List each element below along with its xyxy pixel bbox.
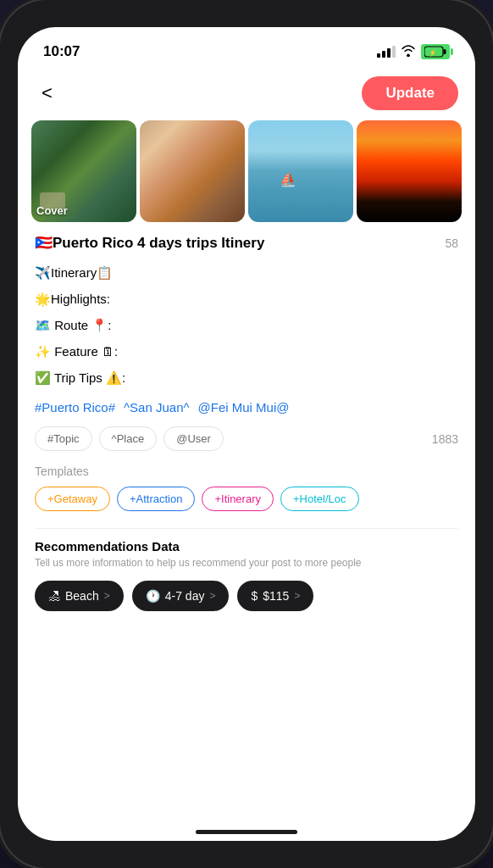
nav-bar: < Update: [18, 70, 475, 120]
home-bar: [196, 830, 297, 834]
template-itinerary[interactable]: +Itinerary: [202, 487, 274, 511]
beach-label: Beach: [65, 589, 99, 603]
wifi-icon: [401, 45, 416, 59]
char-count-max: 1883: [432, 432, 458, 446]
template-getaway[interactable]: +Getaway: [35, 487, 110, 511]
price-label: $115: [263, 589, 289, 603]
beach-chevron: >: [104, 590, 110, 602]
days-icon: 🕐: [146, 589, 160, 603]
price-icon: $: [251, 589, 258, 603]
image-4[interactable]: [357, 120, 462, 222]
images-row: Cover: [18, 120, 475, 222]
user-pill[interactable]: @User: [163, 426, 224, 451]
signal-icon: [377, 46, 396, 58]
svg-rect-2: [444, 49, 446, 54]
status-icons: ⚡: [377, 44, 450, 59]
home-indicator: [18, 823, 475, 841]
section-lines: ✈️Itinerary📋 🌟Highlights: 🗺️ Route 📍: ✨ …: [35, 264, 458, 387]
days-chevron: >: [209, 590, 215, 602]
topic-pill[interactable]: #Topic: [35, 426, 92, 451]
post-title[interactable]: 🇵🇷Puerto Rico 4 days trips Itinery: [35, 234, 438, 252]
templates-label: Templates: [35, 465, 458, 478]
line-feature[interactable]: ✨ Feature 🗓:: [35, 342, 458, 360]
rec-pill-beach[interactable]: 🏖 Beach >: [35, 581, 124, 611]
notch: [191, 0, 302, 25]
recommendations-section: Recommendations Data Tell us more inform…: [18, 539, 475, 611]
template-attraction[interactable]: +Attraction: [117, 487, 196, 511]
template-hotel[interactable]: +Hotel/Loc: [280, 487, 359, 511]
tags-row: #Puerto Rico# ^San Juan^ @Fei Mui Mui@: [35, 400, 458, 415]
rec-pills: 🏖 Beach > 🕐 4-7 day > $ $115 >: [35, 581, 458, 611]
rec-title: Recommendations Data: [35, 539, 458, 554]
status-time: 10:07: [43, 43, 80, 60]
divider: [35, 528, 458, 529]
status-bar: 10:07: [18, 27, 475, 70]
tag-user[interactable]: @Fei Mui Mui@: [198, 400, 290, 415]
tag-sanjuan[interactable]: ^San Juan^: [124, 400, 189, 415]
main-content: Cover 🇵🇷Puerto Rico 4 days trips Itinery…: [18, 120, 475, 823]
text-section: 🇵🇷Puerto Rico 4 days trips Itinery 58 ✈️…: [18, 222, 475, 511]
line-itinerary[interactable]: ✈️Itinerary📋: [35, 264, 458, 281]
char-count: 58: [445, 236, 458, 250]
line-triptips[interactable]: ✅ Trip Tips ⚠️:: [35, 369, 458, 387]
beach-icon: 🏖: [48, 589, 60, 603]
rec-subtitle: Tell us more information to help us reco…: [35, 557, 458, 569]
image-3[interactable]: [248, 120, 353, 222]
title-row: 🇵🇷Puerto Rico 4 days trips Itinery 58: [35, 234, 458, 252]
rec-pill-price[interactable]: $ $115 >: [237, 581, 313, 611]
cover-image[interactable]: Cover: [31, 120, 136, 222]
cover-label: Cover: [36, 204, 68, 217]
image-2[interactable]: [140, 120, 245, 222]
update-button[interactable]: Update: [362, 76, 458, 110]
line-highlights[interactable]: 🌟Highlights:: [35, 290, 458, 308]
templates-row: +Getaway +Attraction +Itinerary +Hotel/L…: [35, 487, 458, 511]
svg-text:⚡: ⚡: [429, 48, 437, 57]
days-label: 4-7 day: [165, 589, 205, 603]
tag-puertorico[interactable]: #Puerto Rico#: [35, 400, 115, 415]
rec-pill-days[interactable]: 🕐 4-7 day >: [132, 581, 230, 611]
back-button[interactable]: <: [35, 79, 59, 108]
price-chevron: >: [294, 590, 300, 602]
line-route[interactable]: 🗺️ Route 📍:: [35, 316, 458, 334]
battery-icon: ⚡: [421, 44, 450, 59]
place-pill[interactable]: ^Place: [99, 426, 158, 451]
input-row: #Topic ^Place @User 1883: [35, 426, 458, 451]
